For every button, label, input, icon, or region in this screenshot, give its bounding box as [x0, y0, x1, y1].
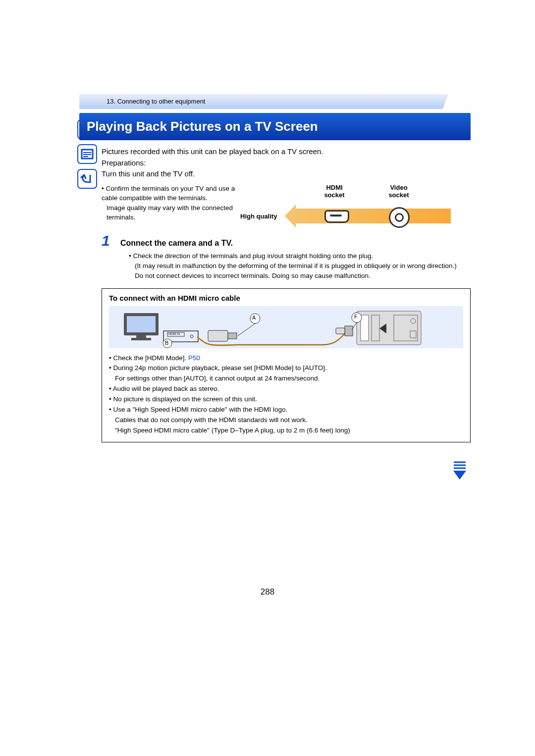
- hdmi-socket-label: HDMI socket: [315, 184, 354, 199]
- conn-b1: • Check the [HDMI Mode]. P50: [109, 353, 463, 364]
- step-b1-sub1: (It may result in malfunction by the def…: [129, 261, 471, 271]
- conn-b5: • Use a "High Speed HDMI micro cable" wi…: [109, 405, 463, 415]
- step-b1: • Check the direction of the terminals a…: [129, 251, 471, 261]
- step-title: Connect the camera and a TV.: [120, 239, 233, 248]
- high-quality-label: High quality: [240, 213, 277, 220]
- svg-rect-8: [127, 316, 156, 332]
- conn-b3: • Audio will be played back as stereo.: [109, 384, 463, 394]
- svg-line-27: [238, 324, 255, 336]
- terminals-notes: • Confirm the terminals on your TV and u…: [102, 184, 245, 222]
- callout-b: B: [165, 340, 168, 346]
- intro-line: Pictures recorded with this unit can be …: [102, 146, 471, 158]
- content: 13. Connecting to other equipment Playin…: [79, 94, 471, 442]
- hdmi-port-icon: [324, 210, 349, 223]
- breadcrumb-text: 13. Connecting to other equipment: [107, 98, 205, 105]
- svg-rect-16: [345, 326, 353, 336]
- continue-next-page-icon[interactable]: [451, 461, 468, 481]
- callout-a: A: [252, 315, 256, 321]
- socket-diagram: HDMI socket Video socket High quality: [245, 184, 471, 222]
- conn-b2: • During 24p motion picture playback, pl…: [109, 363, 463, 374]
- page-title: Playing Back Pictures on a TV Screen: [79, 113, 471, 140]
- video-socket-label: Video socket: [379, 184, 419, 199]
- connection-title: To connect with an HDMI micro cable: [109, 294, 463, 302]
- video-port-icon: [389, 207, 410, 228]
- svg-rect-19: [361, 315, 369, 341]
- step-1: 1 Connect the camera and a TV.: [79, 222, 471, 249]
- breadcrumb: 13. Connecting to other equipment: [79, 94, 471, 109]
- svg-point-13: [190, 335, 193, 338]
- connection-bullets: • Check the [HDMI Mode]. P50 • During 24…: [109, 353, 463, 436]
- svg-rect-9: [136, 335, 146, 338]
- connection-box: To connect with an HDMI micro cable: [102, 288, 471, 442]
- conn-b4: • No picture is displayed on the screen …: [109, 394, 463, 405]
- terminals-bullet-1b: Image quality may vary with the connecte…: [102, 203, 245, 222]
- step-number: 1: [102, 232, 120, 249]
- page-number: 288: [0, 587, 535, 597]
- callout-f: F: [354, 314, 358, 320]
- terminals-row: • Confirm the terminals on your TV and u…: [79, 180, 471, 222]
- step-bullets: • Check the direction of the terminals a…: [79, 249, 471, 281]
- conn-b5-sub2: "High Speed HDMI micro cable" (Type D–Ty…: [109, 426, 463, 436]
- link-p50[interactable]: P50: [188, 354, 200, 362]
- intro-block: Pictures recorded with this unit can be …: [79, 140, 471, 180]
- svg-rect-17: [336, 328, 345, 334]
- svg-rect-10: [131, 338, 151, 340]
- conn-b2-sub: For settings other than [AUTO], it canno…: [109, 374, 463, 384]
- svg-rect-14: [208, 330, 228, 341]
- terminals-bullet-1: • Confirm the terminals on your TV and u…: [102, 184, 245, 203]
- manual-page: 13. Connecting to other equipment Playin…: [0, 0, 535, 756]
- title-text: Playing Back Pictures on a TV Screen: [87, 119, 318, 134]
- quality-arrow-body: [292, 209, 451, 223]
- connection-diagram: A B F HDMI IN: [109, 306, 463, 348]
- prep-label: Preparations:: [102, 158, 471, 169]
- step-b1-sub2: Do not connect devices to incorrect term…: [129, 271, 471, 281]
- hdmi-in-label: HDMI IN: [168, 332, 180, 335]
- prep-text: Turn this unit and the TV off.: [102, 168, 471, 180]
- svg-rect-15: [228, 333, 237, 339]
- conn-b5-sub: Cables that do not comply with the HDMI …: [109, 415, 463, 426]
- quality-arrow-head: [285, 205, 296, 227]
